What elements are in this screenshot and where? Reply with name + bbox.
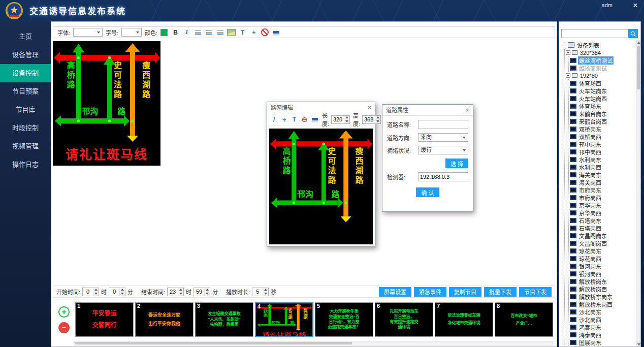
spinner-down-icon[interactable] [120, 292, 125, 296]
action-button-3[interactable]: 复制节目 [449, 287, 481, 297]
height-input[interactable] [363, 116, 375, 123]
tree-device-item[interactable]: 石塔岗东 [569, 216, 635, 224]
collapse-icon[interactable] [566, 73, 570, 78]
action-button-1[interactable]: 屏幕设置 [379, 287, 411, 297]
road-editor-canvas[interactable]: 高桥路 史可法路 瘦西湖路 邗沟 路 请礼让斑马线 [269, 129, 373, 244]
tree-device-item[interactable]: 解放桥岗东 [569, 277, 635, 285]
bold-icon[interactable]: B [171, 27, 180, 37]
road-direction-select[interactable]: 来向 [418, 133, 468, 142]
spinner-up-icon[interactable] [178, 288, 183, 292]
spinner-up-icon[interactable] [263, 288, 268, 292]
start-minute-stepper[interactable] [109, 288, 125, 296]
tree-device-item[interactable]: 市府岗东 [569, 186, 635, 194]
sidebar-item-8[interactable]: 操作日志 [0, 155, 51, 174]
tree-device-item[interactable]: 水利岗东 [569, 155, 635, 163]
align-center-icon[interactable] [204, 27, 214, 37]
move-icon[interactable]: + [280, 115, 288, 124]
save-icon[interactable] [271, 27, 281, 37]
horizontal-scrollbar[interactable] [74, 341, 553, 345]
color-swatch[interactable] [160, 29, 168, 36]
tree-device-item[interactable]: 石塔岗西 [569, 224, 635, 232]
playlist-thumb-2[interactable]: 2春运安全连万家出行平安你我他 [135, 302, 194, 337]
sidebar-item-7[interactable]: 视频管理 [0, 137, 51, 155]
tree-device-item[interactable]: 文昌阁岗东 [569, 232, 635, 239]
start-hour-stepper[interactable] [82, 288, 99, 296]
sidebar-item-2[interactable]: 设备管理 [0, 46, 51, 64]
font-size-select[interactable] [121, 28, 142, 37]
action-button-4[interactable]: 批量下发 [484, 287, 517, 297]
italic-icon[interactable]: I [182, 27, 191, 37]
tree-device-item[interactable]: 银河岗西 [569, 270, 635, 277]
tree-device-item[interactable]: 海关岗东 [569, 171, 635, 178]
image-icon[interactable] [227, 27, 236, 37]
playlist-thumb-3[interactable]: 3发生轻微交通事故“人未伤、车能动”先拍照，后撤离 [195, 302, 253, 337]
tree-device-item[interactable]: 市府岗西 [569, 194, 635, 201]
action-button-2[interactable]: 紧急事件 [414, 287, 446, 297]
line-icon[interactable]: / [270, 115, 278, 124]
road-name-field[interactable] [418, 120, 468, 129]
height-stepper[interactable] [362, 115, 381, 124]
tree-device-item[interactable]: 沙北岗东 [569, 308, 635, 316]
playlist-thumb-8[interactable]: 8百市改关“城市产业广… [495, 302, 553, 337]
spinner-up-icon[interactable] [375, 116, 380, 120]
sidebar-item-5[interactable]: 节目库 [0, 101, 51, 119]
tree-device-item[interactable]: 沙北岗西 [569, 316, 635, 323]
sidebar-item-3[interactable]: 设备控制 [0, 64, 51, 82]
align-right-icon[interactable] [215, 27, 225, 37]
tree-device-item[interactable]: 邗中岗西 [569, 148, 635, 155]
dialog-titlebar[interactable]: 道路属性 × [382, 105, 473, 116]
close-icon[interactable]: × [465, 105, 469, 115]
end-hour-input[interactable] [168, 288, 178, 296]
scroll-down-icon[interactable] [636, 342, 640, 346]
scrollbar-thumb[interactable] [75, 342, 352, 344]
tree-device-item[interactable]: 琼花岗西 [569, 255, 635, 262]
collapse-icon[interactable] [562, 43, 566, 47]
spinner-down-icon[interactable] [178, 292, 183, 296]
confirm-button[interactable]: 确 认 [416, 187, 439, 197]
spinner-up-icon[interactable] [344, 116, 349, 120]
tree-device-item[interactable]: 鸿泰岗东 [569, 323, 635, 331]
spinner-up-icon[interactable] [93, 288, 99, 292]
tree-device-item[interactable]: 银河岗东 [569, 262, 635, 270]
tree-device-item[interactable]: 维扬商测试 [569, 64, 635, 72]
start-minute-input[interactable] [109, 288, 119, 296]
font-family-select[interactable] [73, 28, 103, 37]
playlist-thumb-5[interactable]: 5大力开展秋冬季交通安全整治“百日行动”，有力整治道路交通事故！ [315, 302, 373, 337]
length-input[interactable] [332, 116, 344, 123]
spinner-down-icon[interactable] [375, 119, 380, 123]
text-icon[interactable]: T [290, 115, 299, 124]
spinner-up-icon[interactable] [120, 288, 125, 292]
playlist-thumb-1[interactable]: 1平安春运交警同行 [75, 302, 134, 337]
playlist-thumb-6[interactable]: 6扎实开展电动车百日整治，有效提升道路交通环境 [375, 302, 433, 337]
close-icon[interactable]: × [631, 1, 640, 10]
search-button[interactable] [628, 29, 638, 38]
playlist-thumb-7[interactable]: 7依法治理非标车辆净化城市交通环境 [435, 302, 493, 337]
collapse-icon[interactable] [566, 50, 570, 55]
scroll-up-icon[interactable] [636, 40, 640, 45]
search-input[interactable] [561, 29, 628, 38]
detector-field[interactable] [418, 172, 468, 181]
transform-icon[interactable]: + [249, 27, 259, 37]
tree-device-item[interactable]: 解放桥东岗西 [569, 300, 635, 308]
select-button[interactable]: 选 择 [445, 159, 468, 168]
remove-program-button[interactable]: − [58, 322, 70, 333]
tree-device-item[interactable]: 鸿泰岗西 [569, 331, 635, 338]
tree-device-item[interactable]: 来鹤台岗东 [569, 110, 635, 117]
tree-root[interactable]: 设备列表 [561, 41, 635, 49]
length-stepper[interactable] [331, 115, 350, 124]
sidebar-item-4[interactable]: 节目预案 [0, 82, 51, 101]
save-icon[interactable] [310, 115, 319, 124]
tree-device-item[interactable]: 解放桥岗西 [569, 285, 635, 293]
tree-group-2[interactable]: 192*80 [565, 72, 635, 79]
spinner-up-icon[interactable] [205, 288, 210, 292]
logged-in-user[interactable]: adm [602, 2, 613, 8]
sidebar-item-1[interactable]: 主页 [0, 27, 51, 46]
led-preview[interactable]: 高桥路 史可法路 瘦西湖路 邗沟 路 请礼让斑马线 [53, 41, 160, 166]
congestion-select[interactable]: 缓行 [418, 146, 468, 154]
spinner-down-icon[interactable] [344, 119, 349, 123]
tree-device-item[interactable]: 京华岗东 [569, 201, 635, 209]
spinner-down-icon[interactable] [93, 292, 99, 296]
align-left-icon[interactable] [193, 27, 203, 37]
text-icon[interactable]: T [238, 27, 247, 37]
spinner-down-icon[interactable] [205, 292, 210, 296]
